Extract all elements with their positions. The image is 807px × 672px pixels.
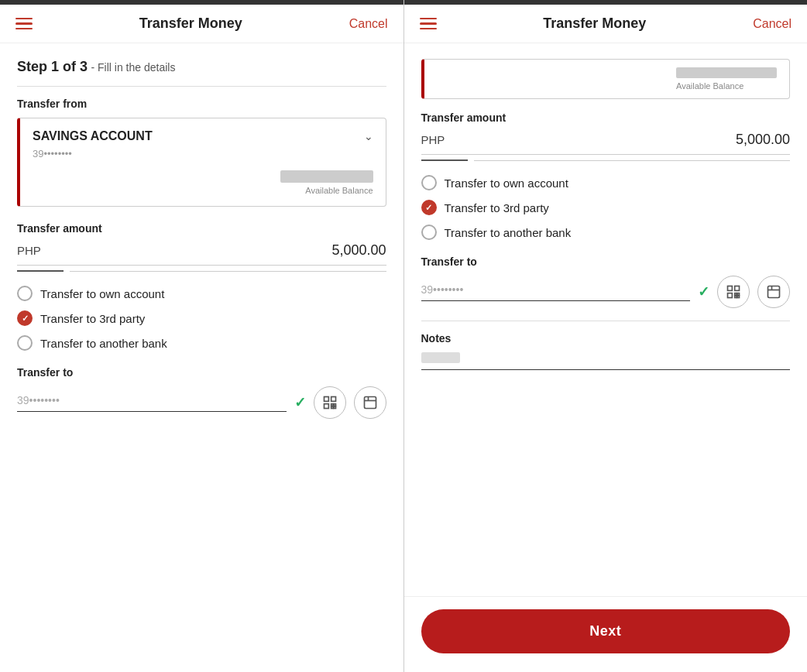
amount-row-left: PHP 5,000.00 [17,242,386,266]
cancel-button-right[interactable]: Cancel [753,17,792,31]
svg-rect-4 [334,404,336,406]
svg-rect-17 [768,286,780,298]
contact-button-right[interactable] [757,276,790,308]
radio-group-left: Transfer to own account Transfer to 3rd … [17,286,386,351]
divider-notes-right [421,321,791,321]
partial-account-box-right: Available Balance [421,59,791,99]
transfer-to-label-right: Transfer to [421,255,791,268]
right-screen: Transfer Money Cancel Available Balance … [404,0,808,672]
content-left: Step 1 of 3 - Fill in the details Transf… [0,43,404,672]
amount-value-right: 5,000.00 [736,132,790,148]
account-number-left: 39•••••••• [33,148,373,159]
svg-rect-14 [737,293,740,296]
transfer-to-label-left: Transfer to [17,366,386,379]
bottom-area-right: Next [404,596,808,672]
radio-label-bank-right: Transfer to another bank [445,226,572,239]
notes-field-row-right [421,352,791,370]
radio-3rd-right[interactable]: Transfer to 3rd party [421,200,791,215]
radio-group-right: Transfer to own account Transfer to 3rd … [421,175,791,240]
svg-rect-11 [735,286,740,291]
contact-button-left[interactable] [354,386,386,419]
balance-blurred-left [280,170,373,183]
radio-own-right[interactable]: Transfer to own account [421,175,791,190]
transfer-to-input-right[interactable]: 39•••••••• [421,283,691,301]
checkmark-icon-right: ✓ [698,283,709,300]
amount-row-right: PHP 5,000.00 [421,132,791,155]
balance-blurred-right-top [676,67,777,78]
page-title-left: Transfer Money [139,15,242,32]
qr-button-left[interactable] [314,386,346,419]
hamburger-menu-right[interactable] [420,18,437,30]
divider-1-left [17,86,386,87]
radio-3rd-left[interactable]: Transfer to 3rd party [17,310,386,326]
account-balance-row-left: Available Balance [33,170,373,195]
radio-label-own-right: Transfer to own account [445,177,568,190]
radio-circle-bank-left [17,335,33,351]
svg-rect-10 [728,286,733,291]
transfer-to-row-right: 39•••••••• ✓ [421,276,791,308]
svg-rect-7 [364,397,376,409]
radio-own-left[interactable]: Transfer to own account [17,286,386,301]
radio-circle-bank-right [421,225,437,240]
available-balance-label-left: Available Balance [280,186,373,195]
step-indicator-left: Step 1 of 3 - Fill in the details [17,59,386,75]
partial-available-label-right: Available Balance [676,81,777,91]
account-box-header-left: SAVINGS ACCOUNT ⌄ [33,129,373,143]
radio-circle-3rd-left [17,310,33,326]
transfer-to-input-left[interactable]: 39•••••••• [17,394,287,412]
radio-bank-left[interactable]: Transfer to another bank [17,335,386,351]
svg-rect-12 [728,293,733,298]
svg-rect-6 [334,406,336,409]
amount-underlines-left [17,270,386,272]
step-sublabel-left: - Fill in the details [91,61,175,74]
amount-value-left: 5,000.00 [331,242,386,259]
currency-label-left: PHP [17,244,41,257]
transfer-to-row-left: 39•••••••• ✓ [17,386,386,419]
svg-rect-0 [324,397,328,402]
chevron-down-icon-left: ⌄ [364,130,373,142]
svg-rect-15 [735,296,737,298]
radio-circle-own-left [17,286,33,301]
step-label-left: Step 1 of 3 [17,59,88,74]
partial-balance-row-right: Available Balance [437,67,778,91]
radio-circle-3rd-right [421,200,437,215]
checkmark-icon-left: ✓ [294,394,306,411]
svg-rect-3 [331,404,333,406]
content-right: Available Balance Transfer amount PHP 5,… [404,43,808,596]
account-selector-left[interactable]: SAVINGS ACCOUNT ⌄ 39•••••••• Available B… [17,118,386,207]
header-left: Transfer Money Cancel [0,5,404,43]
radio-label-3rd-right: Transfer to 3rd party [445,201,549,214]
transfer-amount-label-left: Transfer amount [17,222,386,235]
radio-label-3rd-left: Transfer to 3rd party [40,312,145,325]
svg-rect-16 [737,296,740,298]
svg-rect-13 [735,293,737,296]
radio-label-own-left: Transfer to own account [40,287,164,300]
qr-button-right[interactable] [717,276,750,308]
svg-rect-1 [331,397,335,402]
svg-rect-5 [331,406,333,409]
amount-underlines-right [421,159,791,161]
cancel-button-left[interactable]: Cancel [349,17,388,31]
next-button-right[interactable]: Next [421,609,791,653]
transfer-amount-label-right: Transfer amount [421,111,791,124]
notes-blurred-right [421,352,460,363]
account-name-left: SAVINGS ACCOUNT [33,129,153,143]
notes-label-right: Notes [421,332,791,345]
svg-rect-2 [324,404,328,409]
transfer-from-label-left: Transfer from [17,98,386,110]
left-screen: Transfer Money Cancel Step 1 of 3 - Fill… [0,0,404,672]
radio-circle-own-right [421,175,437,190]
radio-label-bank-left: Transfer to another bank [40,337,167,350]
radio-bank-right[interactable]: Transfer to another bank [421,225,791,240]
page-title-right: Transfer Money [543,15,646,32]
hamburger-menu-left[interactable] [15,18,33,30]
currency-label-right: PHP [421,133,445,146]
header-right: Transfer Money Cancel [404,5,808,43]
